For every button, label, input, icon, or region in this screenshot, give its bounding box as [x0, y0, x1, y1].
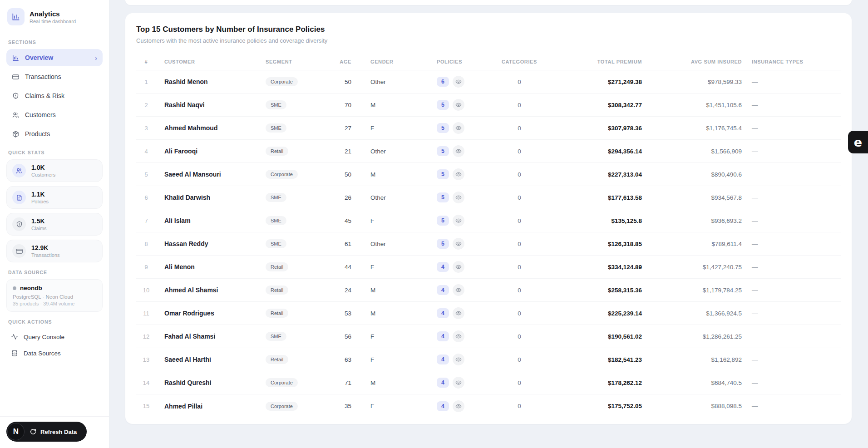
segment-cell: Retail	[258, 147, 331, 156]
action-query-console[interactable]: Query Console	[6, 329, 103, 345]
column-header-insurance-types: Insurance Types	[742, 59, 841, 64]
insurance-types-cell: —	[742, 79, 841, 85]
policies-count-badge: 4	[437, 354, 449, 364]
segment-badge: Retail	[266, 355, 288, 364]
rank-cell: 13	[136, 356, 156, 363]
view-policies-button[interactable]	[453, 377, 464, 389]
shield-alert-icon	[12, 217, 26, 231]
users-icon	[12, 111, 20, 119]
stat-label: Customers	[31, 172, 55, 177]
view-policies-button[interactable]	[453, 307, 464, 319]
app-logo: Analytics Real-time dashboard	[6, 6, 103, 32]
segment-badge: SME	[266, 239, 286, 248]
view-policies-button[interactable]	[453, 330, 464, 342]
view-policies-button[interactable]	[453, 238, 464, 250]
eye-icon	[455, 264, 462, 270]
policies-cell: 5	[419, 122, 488, 134]
quick-stats-label: Quick stats	[8, 150, 101, 155]
view-policies-button[interactable]	[453, 215, 464, 226]
view-policies-button[interactable]	[453, 261, 464, 273]
quick-stat-policies[interactable]: 1.1KPolicies	[6, 186, 103, 209]
avg-sum-insured-cell: $1,427,240.75	[642, 264, 742, 271]
policies-count-badge: 5	[437, 216, 449, 226]
view-policies-button[interactable]	[453, 76, 464, 88]
sidebar-item-transactions[interactable]: Transactions	[6, 68, 103, 85]
segment-cell: Corporate	[258, 77, 331, 86]
action-label: Data Sources	[24, 350, 61, 357]
rank-cell: 8	[136, 241, 156, 247]
policies-count-badge: 5	[437, 100, 449, 110]
age-cell: 70	[331, 102, 351, 108]
table-row: 4Ali FarooqiRetail21Other50$294,356.14$1…	[136, 140, 841, 163]
insurance-types-cell: —	[742, 125, 841, 132]
table-row: 10Ahmed Al ShamsiRetail24M40$258,315.36$…	[136, 279, 841, 302]
table-row: 12Fahad Al ShamsiSME56F40$190,561.02$1,2…	[136, 325, 841, 348]
table-row: 6Khalid DarwishSME26Other50$177,613.58$9…	[136, 186, 841, 209]
stat-value: 1.5K	[31, 217, 47, 225]
database-icon	[11, 350, 18, 357]
eye-icon	[455, 171, 462, 177]
age-cell: 24	[331, 287, 351, 294]
gender-cell: M	[351, 171, 419, 178]
gender-cell: F	[351, 333, 419, 340]
customer-cell: Khalid Darwish	[156, 194, 258, 201]
eye-icon	[455, 310, 462, 316]
insurance-types-cell: —	[742, 171, 841, 178]
avg-sum-insured-cell: $684,740.5	[642, 379, 742, 386]
view-policies-button[interactable]	[453, 99, 464, 111]
quick-stat-customers[interactable]: 1.0KCustomers	[6, 159, 103, 182]
sidebar-item-overview[interactable]: Overview›	[6, 49, 103, 66]
refresh-data-button[interactable]: N Refresh Data	[6, 422, 87, 442]
eye-icon	[455, 333, 462, 340]
segment-badge: Corporate	[266, 378, 298, 387]
view-policies-button[interactable]	[453, 145, 464, 157]
policies-cell: 4	[419, 261, 488, 273]
sidebar-item-customers[interactable]: Customers	[6, 106, 103, 123]
view-policies-button[interactable]	[453, 354, 464, 365]
top-customers-card: Top 15 Customers by Number of Insurance …	[125, 13, 852, 424]
policies-cell: 4	[419, 284, 488, 296]
view-policies-button[interactable]	[453, 192, 464, 203]
age-cell: 56	[331, 333, 351, 340]
data-source-card[interactable]: neondb PostgreSQL · Neon Cloud 35 produc…	[6, 279, 103, 312]
column-header-policies: Policies	[419, 59, 488, 64]
stat-label: Transactions	[31, 252, 60, 258]
categories-cell: 0	[488, 125, 551, 132]
rank-cell: 4	[136, 148, 156, 155]
categories-cell: 0	[488, 287, 551, 294]
customer-cell: Saeed Al Harthi	[156, 356, 258, 363]
card-title: Top 15 Customers by Number of Insurance …	[136, 25, 841, 34]
chevron-right-icon: ›	[95, 54, 97, 62]
stat-label: Policies	[31, 199, 49, 204]
view-policies-button[interactable]	[453, 284, 464, 296]
total-premium-cell: $190,561.02	[551, 333, 642, 340]
insurance-types-cell: —	[742, 148, 841, 155]
quick-stat-claims[interactable]: 1.5KClaims	[6, 213, 103, 236]
rank-cell: 11	[136, 310, 156, 317]
sidebar-item-products[interactable]: Products	[6, 125, 103, 143]
data-source-name: neondb	[20, 285, 42, 291]
avg-sum-insured-cell: $1,286,261.25	[642, 333, 742, 340]
action-data-sources[interactable]: Data Sources	[6, 345, 103, 361]
segment-badge: Retail	[266, 147, 288, 156]
avg-sum-insured-cell: $1,451,105.6	[642, 102, 742, 108]
gender-cell: M	[351, 287, 419, 294]
quick-stat-transactions[interactable]: 12.9KTransactions	[6, 240, 103, 262]
status-dot-icon	[13, 286, 16, 290]
view-policies-button[interactable]	[453, 400, 464, 412]
segment-cell: SME	[258, 123, 331, 133]
policies-cell: 5	[419, 192, 488, 203]
policies-count-badge: 4	[437, 285, 449, 295]
sidebar-item-claims-risk[interactable]: Claims & Risk	[6, 87, 103, 104]
users-icon	[12, 164, 26, 177]
categories-cell: 0	[488, 264, 551, 271]
total-premium-cell: $271,249.38	[551, 79, 642, 85]
segment-badge: Corporate	[266, 170, 298, 179]
segment-badge: Retail	[266, 309, 288, 318]
policies-cell: 4	[419, 307, 488, 319]
view-policies-button[interactable]	[453, 168, 464, 180]
floating-widget[interactable]: e	[848, 131, 868, 153]
view-policies-button[interactable]	[453, 122, 464, 134]
eye-icon	[455, 356, 462, 363]
table-row: 9Ali MenonRetail44F40$334,124.89$1,427,2…	[136, 256, 841, 279]
